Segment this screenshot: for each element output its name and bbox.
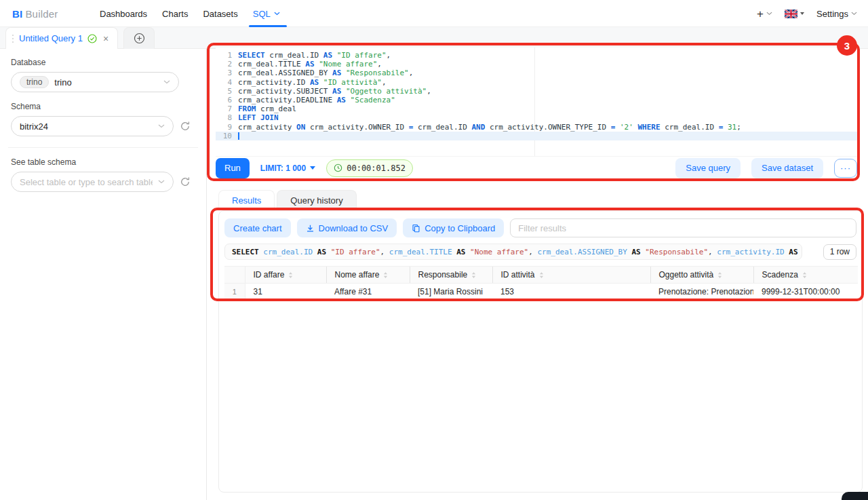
chevron-down-icon	[163, 80, 170, 84]
refresh-icon[interactable]	[180, 176, 191, 187]
editor-toolbar: Run LIMIT: 1 000 00:00:01.852 Save query…	[216, 156, 857, 179]
results-panel: Create chart Download to CSV Copy to Cli…	[218, 210, 863, 493]
table-cell: Affare #31	[326, 284, 410, 300]
schema-label: Schema	[11, 102, 195, 111]
filter-results-input[interactable]	[510, 218, 856, 237]
results-table: ID affareNome affareResponsabileID attiv…	[224, 266, 858, 300]
database-select[interactable]: trino trino	[11, 72, 179, 92]
logo-builder: Builder	[25, 8, 58, 20]
query-preview-row: SELECT crm_deal.ID AS "ID affare", crm_d…	[224, 244, 856, 260]
run-button[interactable]: Run	[216, 158, 250, 178]
table-cell: 31	[245, 284, 326, 300]
code-line: 10	[216, 132, 857, 140]
caret-down-icon	[310, 166, 315, 170]
table-select[interactable]: Select table or type to search tables	[11, 172, 174, 192]
screen-corner-artifact	[842, 492, 868, 500]
table-header-row: ID affareNome affareResponsabileID attiv…	[224, 267, 858, 284]
copy-icon	[412, 224, 420, 233]
database-type-badge: trino	[20, 76, 49, 88]
results-tab-bar: Results Query history	[218, 190, 357, 210]
timer-value: 00:00:01.852	[347, 164, 406, 173]
nav-charts[interactable]: Charts	[162, 0, 188, 27]
code-line: 8LEFT JOIN	[216, 113, 857, 122]
chevron-down-icon	[274, 12, 280, 16]
query-timer-badge: 00:00:01.852	[326, 159, 413, 177]
check-circle-icon	[87, 34, 97, 43]
chevron-down-icon	[158, 124, 165, 128]
new-item-button[interactable]: +	[757, 8, 772, 20]
tab-results[interactable]: Results	[218, 190, 275, 210]
sql-editor-panel: 1SELECT crm_deal.ID AS "ID affare",2crm_…	[216, 47, 857, 179]
tab-query-history[interactable]: Query history	[277, 190, 356, 210]
copy-clipboard-button[interactable]: Copy to Clipboard	[403, 218, 504, 237]
top-nav-bar: BI Builder Dashboards Charts Datasets SQ…	[0, 0, 868, 27]
chevron-down-icon	[158, 180, 165, 184]
app-root: BI Builder Dashboards Charts Datasets SQ…	[0, 0, 868, 500]
sidebar: Database trino trino Schema bitrix24 See…	[0, 49, 207, 500]
sort-icon	[717, 271, 722, 279]
schema-select[interactable]: bitrix24	[11, 116, 174, 136]
code-line: 7FROM crm_deal	[216, 104, 857, 113]
table-cell: 9999-12-31T00:00:00	[753, 284, 858, 300]
table-schema-label: See table schema	[11, 157, 195, 167]
plus-icon: +	[757, 8, 764, 20]
main-nav: Dashboards Charts Datasets SQL	[100, 0, 280, 27]
code-line: 4crm_activity.ID AS "ID attività",	[216, 78, 857, 87]
header-right-actions: + Settings	[757, 0, 857, 27]
create-chart-button[interactable]: Create chart	[224, 218, 291, 237]
code-line: 3crm_deal.ASSIGNED_BY AS "Responsabile",	[216, 69, 857, 77]
nav-sql[interactable]: SQL	[253, 0, 280, 27]
column-header[interactable]: Scadenza	[753, 267, 858, 284]
column-header[interactable]: ID attività	[492, 267, 650, 284]
limit-dropdown[interactable]: LIMIT: 1 000	[260, 164, 315, 173]
code-line: 1SELECT crm_deal.ID AS "ID affare",	[216, 51, 857, 60]
more-options-button[interactable]: ···	[834, 159, 857, 178]
query-tab-strip: Untitled Query 1 ×	[0, 27, 868, 49]
table-row: 131Affare #31[51] Maria Rossini153Prenot…	[224, 284, 858, 300]
column-header[interactable]: Responsabile	[410, 267, 492, 284]
save-dataset-button[interactable]: Save dataset	[751, 158, 823, 178]
code-line: 5crm_activity.SUBJECT AS "Oggetto attivi…	[216, 87, 857, 96]
drag-handle-icon	[12, 34, 14, 43]
query-preview-text[interactable]: SELECT crm_deal.ID AS "ID affare", crm_d…	[224, 244, 802, 260]
close-icon[interactable]: ×	[103, 34, 108, 43]
chevron-down-icon	[766, 12, 772, 16]
row-number-cell: 1	[224, 284, 245, 300]
annotation-step-badge: 3	[837, 35, 857, 56]
plus-circle-icon	[134, 33, 145, 44]
save-query-button[interactable]: Save query	[675, 158, 741, 178]
sort-icon	[802, 271, 807, 279]
refresh-icon[interactable]	[180, 121, 191, 132]
row-number-header	[224, 267, 245, 284]
schema-value: bitrix24	[20, 121, 153, 132]
clock-icon	[334, 164, 342, 172]
column-header[interactable]: Nome affare	[326, 267, 410, 284]
app-logo[interactable]: BI Builder	[12, 0, 58, 27]
caret-down-icon	[800, 12, 804, 15]
sidebar-divider	[8, 147, 198, 148]
table-body: 131Affare #31[51] Maria Rossini153Prenot…	[224, 284, 858, 300]
nav-datasets[interactable]: Datasets	[203, 0, 237, 27]
column-header[interactable]: ID affare	[245, 267, 326, 284]
database-value: trino	[54, 77, 158, 88]
settings-menu[interactable]: Settings	[816, 9, 857, 19]
tab-untitled-query-1[interactable]: Untitled Query 1 ×	[5, 27, 118, 49]
language-selector[interactable]	[785, 9, 804, 18]
sql-editor[interactable]: 1SELECT crm_deal.ID AS "ID affare",2crm_…	[216, 47, 857, 156]
download-csv-button[interactable]: Download to CSV	[297, 218, 397, 237]
sort-icon	[383, 271, 388, 279]
table-cell: [51] Maria Rossini	[410, 284, 492, 300]
nav-dashboards[interactable]: Dashboards	[100, 0, 147, 27]
logo-bi: BI	[12, 8, 22, 20]
add-tab-button[interactable]	[123, 27, 155, 49]
code-line: 9crm_activity ON crm_activity.OWNER_ID =…	[216, 123, 857, 132]
sort-icon	[539, 271, 544, 279]
table-select-placeholder: Select table or type to search tables	[20, 177, 153, 187]
code-line: 2crm_deal.TITLE AS "Nome affare",	[216, 60, 857, 69]
download-icon	[306, 224, 315, 233]
table-cell: 153	[492, 284, 650, 300]
column-header[interactable]: Oggetto attività	[650, 267, 753, 284]
chevron-down-icon	[851, 12, 857, 16]
sort-icon	[288, 271, 293, 279]
code-line: 6crm_activity.DEADLINE AS "Scadenza"	[216, 96, 857, 104]
